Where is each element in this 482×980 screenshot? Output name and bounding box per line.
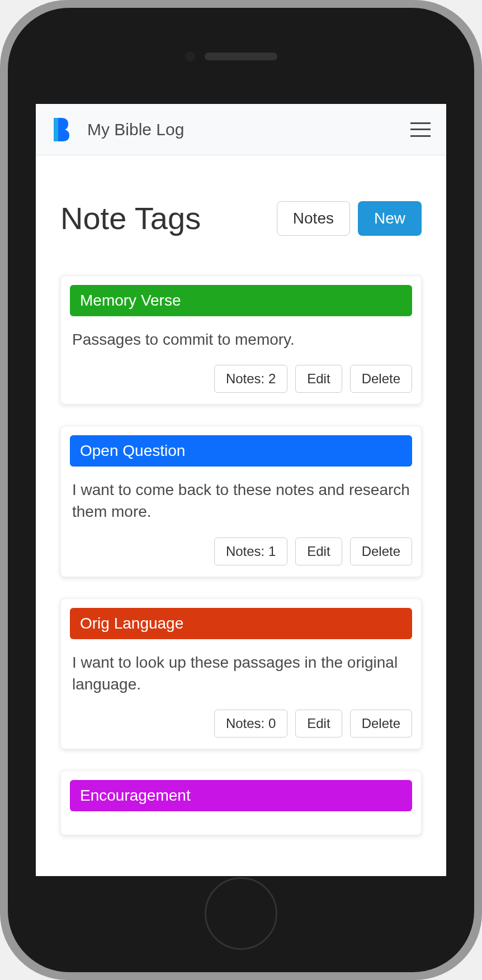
tag-description: Passages to commit to memory.: [70, 329, 412, 350]
tag-card: Orig Language I want to look up these pa…: [60, 598, 422, 749]
card-actions: Notes: 0 Edit Delete: [70, 710, 412, 738]
delete-button[interactable]: Delete: [350, 537, 412, 565]
phone-speaker: [205, 53, 277, 60]
new-button[interactable]: New: [358, 201, 422, 236]
tag-description: I want to come back to these notes and r…: [70, 479, 412, 522]
edit-button[interactable]: Edit: [295, 537, 342, 565]
tag-name: Orig Language: [70, 608, 412, 639]
phone-home-button[interactable]: [205, 877, 277, 950]
page-content: Note Tags Notes New Memory Verse Passage…: [36, 155, 446, 868]
nav-left: My Bible Log: [51, 117, 184, 142]
nav-header: My Bible Log: [36, 104, 446, 155]
card-actions: Notes: 1 Edit Delete: [70, 537, 412, 565]
notes-count-button[interactable]: Notes: 1: [214, 537, 287, 565]
notes-button[interactable]: Notes: [277, 201, 350, 236]
tag-card: Encouragement: [60, 770, 422, 835]
page-header: Note Tags Notes New: [60, 200, 422, 236]
app-screen: My Bible Log Note Tags Notes New Memory …: [36, 104, 446, 876]
phone-body: My Bible Log Note Tags Notes New Memory …: [8, 8, 474, 972]
delete-button[interactable]: Delete: [350, 710, 412, 738]
notes-count-button[interactable]: Notes: 2: [214, 365, 287, 393]
tag-description: I want to look up these passages in the …: [70, 651, 412, 695]
tag-name: Encouragement: [70, 780, 412, 811]
tag-name: Open Question: [70, 435, 412, 467]
nav-title[interactable]: My Bible Log: [87, 120, 184, 139]
phone-camera: [185, 51, 195, 61]
notes-count-button[interactable]: Notes: 0: [214, 710, 287, 738]
edit-button[interactable]: Edit: [295, 710, 342, 738]
edit-button[interactable]: Edit: [295, 365, 342, 393]
app-logo-icon[interactable]: [51, 117, 72, 142]
hamburger-icon[interactable]: [410, 122, 431, 137]
page-title: Note Tags: [60, 200, 201, 236]
header-buttons: Notes New: [277, 201, 422, 236]
tag-card: Memory Verse Passages to commit to memor…: [60, 275, 422, 405]
phone-frame: My Bible Log Note Tags Notes New Memory …: [0, 0, 482, 980]
card-actions: Notes: 2 Edit Delete: [70, 365, 412, 393]
delete-button[interactable]: Delete: [350, 365, 412, 393]
tag-card: Open Question I want to come back to the…: [60, 426, 422, 577]
tag-name: Memory Verse: [70, 285, 412, 316]
